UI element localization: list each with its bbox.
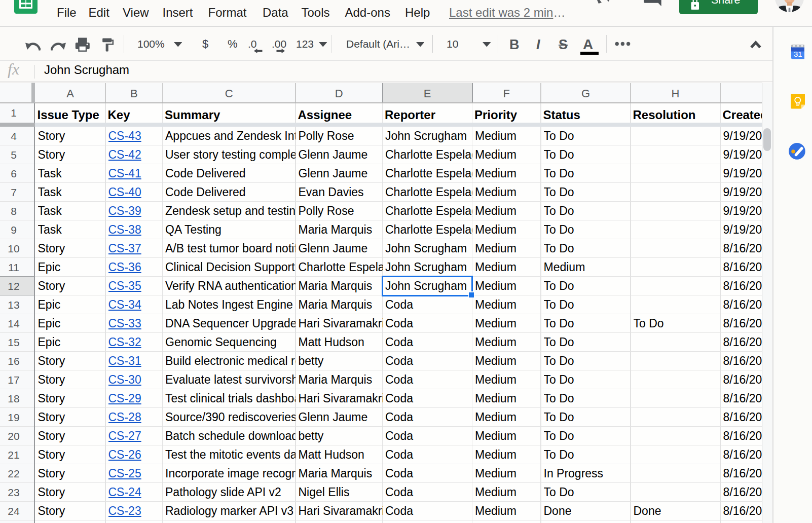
svg-text:31: 31	[793, 50, 802, 58]
